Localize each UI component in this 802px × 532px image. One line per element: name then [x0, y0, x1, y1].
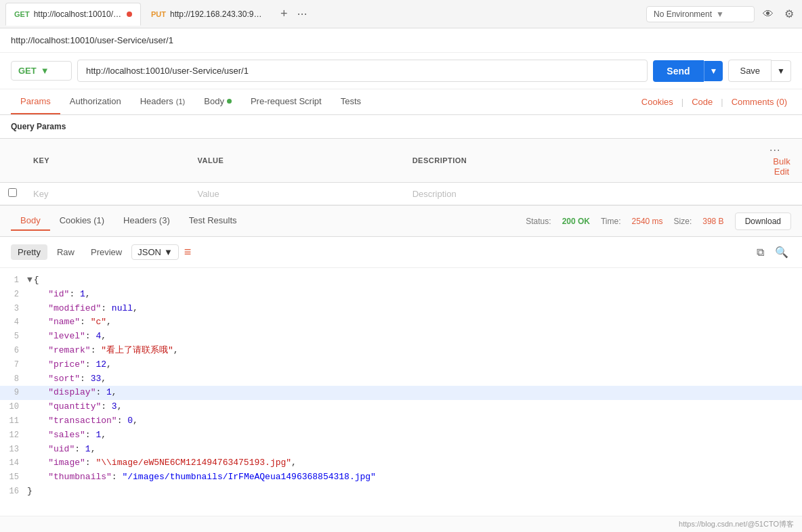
comments-link-button[interactable]: Comments (0) [727, 90, 791, 114]
method-caret-icon: ▼ [41, 66, 49, 76]
env-label: No Environment [654, 9, 712, 19]
tab2-method: PUT [151, 10, 166, 18]
code-line-15: 15 "thumbnails": "/images/thumbnails/IrF… [0, 470, 802, 485]
tab-params[interactable]: Params [11, 89, 60, 114]
search-icon[interactable]: 🔍 [772, 243, 791, 261]
code-line-9: 9 "display": 1, [0, 386, 802, 400]
tab-2[interactable]: PUT http://192.168.243.30:9200/megaco [142, 3, 274, 26]
format-bar-right: ⧉ 🔍 [754, 243, 791, 261]
env-bar: No Environment ▼ 👁 ⚙ [646, 5, 797, 23]
format-preview-button[interactable]: Preview [84, 244, 129, 260]
env-selector[interactable]: No Environment ▼ [646, 6, 755, 22]
code-line-12: 12 "sales": 1, [0, 428, 802, 443]
query-params-title: Query Params [0, 115, 802, 138]
tab-1[interactable]: GET http://localhost:10010/user-Serv [5, 3, 141, 26]
cookies-link-button[interactable]: Cookies [637, 90, 677, 114]
line-content-16: } [27, 485, 802, 498]
tab-prerequest[interactable]: Pre-request Script [241, 89, 331, 114]
request-bar: GET ▼ Send ▼ Save ▼ [0, 53, 802, 89]
tab-headers[interactable]: Headers (1) [131, 89, 195, 114]
line-num-16: 16 [0, 485, 27, 498]
key-placeholder[interactable]: Key [25, 183, 189, 205]
row-checkbox[interactable] [8, 188, 17, 197]
method-label: GET [18, 66, 37, 76]
size-value: 398 B [702, 217, 723, 226]
code-editor[interactable]: 1 ▼{ 2 "id": 1, 3 "modified": null, 4 "n… [0, 268, 802, 498]
line-content-13: "uid": 1, [27, 443, 802, 457]
line-num-10: 10 [0, 400, 27, 414]
tab1-method: GET [14, 10, 30, 18]
line-content-14: "image": "\\image/eW5NE6CM12149476347519… [27, 456, 802, 470]
tab-params-label: Params [20, 96, 51, 106]
time-label: Time: [601, 217, 621, 226]
line-num-4: 4 [0, 315, 27, 329]
line-content-3: "modified": null, [27, 302, 802, 316]
code-line-5: 5 "level": 4, [0, 330, 802, 344]
send-caret-button[interactable]: ▼ [704, 61, 723, 81]
line-num-11: 11 [0, 414, 27, 428]
line-content-2: "id": 1, [27, 288, 802, 302]
line-content-11: "transaction": 0, [27, 414, 802, 428]
format-bar: Pretty Raw Preview JSON ▼ ≡ ⧉ 🔍 [0, 237, 802, 268]
line-num-2: 2 [0, 288, 27, 301]
tab-tests-label: Tests [341, 96, 361, 106]
line-content-8: "sort": 33, [27, 372, 802, 386]
code-line-16: 16 } [0, 485, 802, 498]
value-placeholder[interactable]: Value [189, 183, 404, 205]
url-input[interactable] [77, 60, 648, 82]
settings-icon[interactable]: ⚙ [782, 5, 797, 23]
bulk-edit-button[interactable]: Bulk Edit [769, 156, 794, 177]
params-table: KEY VALUE DESCRIPTION ··· Bulk Edit Key … [0, 138, 802, 205]
code-line-1: 1 ▼{ [0, 273, 802, 288]
line-content-5: "level": 4, [27, 330, 802, 344]
response-tab-cookies[interactable]: Cookies (1) [50, 211, 114, 231]
code-line-8: 8 "sort": 33, [0, 372, 802, 386]
wrap-lines-button[interactable]: ≡ [182, 242, 194, 262]
code-link-button[interactable]: Code [688, 90, 717, 114]
response-tab-headers[interactable]: Headers (3) [114, 211, 180, 231]
tab-authorization-label: Authorization [70, 96, 121, 106]
line-num-9: 9 [0, 386, 27, 399]
tab-authorization[interactable]: Authorization [60, 89, 131, 114]
status-value: 200 OK [562, 217, 590, 226]
description-placeholder[interactable]: Description [404, 183, 761, 205]
download-button[interactable]: Download [735, 213, 791, 230]
line-num-5: 5 [0, 330, 27, 343]
send-button[interactable]: Send [653, 60, 703, 82]
add-tab-button[interactable]: + [278, 4, 291, 24]
code-line-11: 11 "transaction": 0, [0, 414, 802, 428]
format-raw-button[interactable]: Raw [50, 244, 81, 260]
method-selector[interactable]: GET ▼ [11, 61, 72, 81]
save-button[interactable]: Save [728, 60, 772, 82]
send-button-group: Send ▼ [653, 60, 723, 82]
code-line-3: 3 "modified": null, [0, 302, 802, 316]
tab-headers-label: Headers [140, 96, 173, 106]
format-type-selector[interactable]: JSON ▼ [131, 244, 179, 260]
eye-icon[interactable]: 👁 [760, 5, 776, 23]
response-tab-testresults-label: Test Results [189, 215, 237, 225]
time-value: 2540 ms [632, 217, 663, 226]
tab-tests[interactable]: Tests [331, 89, 371, 114]
save-caret-button[interactable]: ▼ [772, 60, 791, 82]
more-tabs-button[interactable]: ··· [295, 4, 310, 24]
params-more-button[interactable]: ··· [769, 144, 780, 156]
params-placeholder-row: Key Value Description [0, 183, 802, 205]
line-num-12: 12 [0, 428, 27, 442]
response-tab-headers-label: Headers (3) [123, 215, 170, 225]
copy-icon[interactable]: ⧉ [754, 243, 767, 261]
col-actions: ··· Bulk Edit [761, 139, 802, 183]
response-tab-body[interactable]: Body [11, 211, 50, 231]
format-pretty-button[interactable]: Pretty [11, 244, 47, 260]
code-line-14: 14 "image": "\\image/eW5NE6CM12149476347… [0, 456, 802, 470]
tab-body[interactable]: Body [194, 89, 241, 114]
nav-tabs: Params Authorization Headers (1) Body Pr… [0, 89, 802, 115]
nav-separator-2: | [719, 90, 724, 114]
body-dot-badge [227, 99, 232, 104]
tab1-unsaved-dot [127, 12, 132, 17]
response-tab-cookies-label: Cookies (1) [60, 215, 104, 225]
response-tab-testresults[interactable]: Test Results [180, 211, 247, 231]
headers-badge: (1) [176, 97, 185, 106]
breadcrumb: http://localhost:10010/user-Service/user… [0, 28, 802, 53]
code-line-13: 13 "uid": 1, [0, 443, 802, 457]
code-line-10: 10 "quantity": 3, [0, 400, 802, 414]
